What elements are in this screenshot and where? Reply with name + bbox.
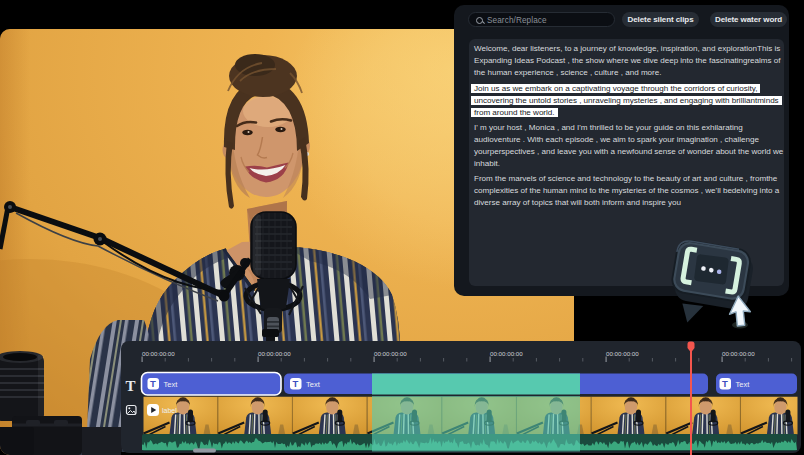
- svg-text:Text: Text: [736, 380, 751, 389]
- svg-text:T: T: [722, 378, 728, 389]
- svg-text:Text: Text: [306, 380, 321, 389]
- svg-text:00:00:00:00: 00:00:00:00: [374, 349, 407, 356]
- svg-text:T: T: [126, 377, 136, 393]
- svg-text:00:00:00:00: 00:00:00:00: [490, 349, 523, 356]
- svg-text:label: label: [162, 407, 177, 414]
- svg-text:00:00:00:00: 00:00:00:00: [258, 349, 291, 356]
- svg-text:00:00:00:00: 00:00:00:00: [722, 349, 755, 356]
- svg-text:00:00:00:00: 00:00:00:00: [606, 349, 639, 356]
- svg-text:00:00:00:00: 00:00:00:00: [142, 349, 175, 356]
- svg-text:T: T: [150, 378, 156, 389]
- svg-text:T: T: [293, 378, 299, 389]
- svg-text:Text: Text: [164, 380, 179, 389]
